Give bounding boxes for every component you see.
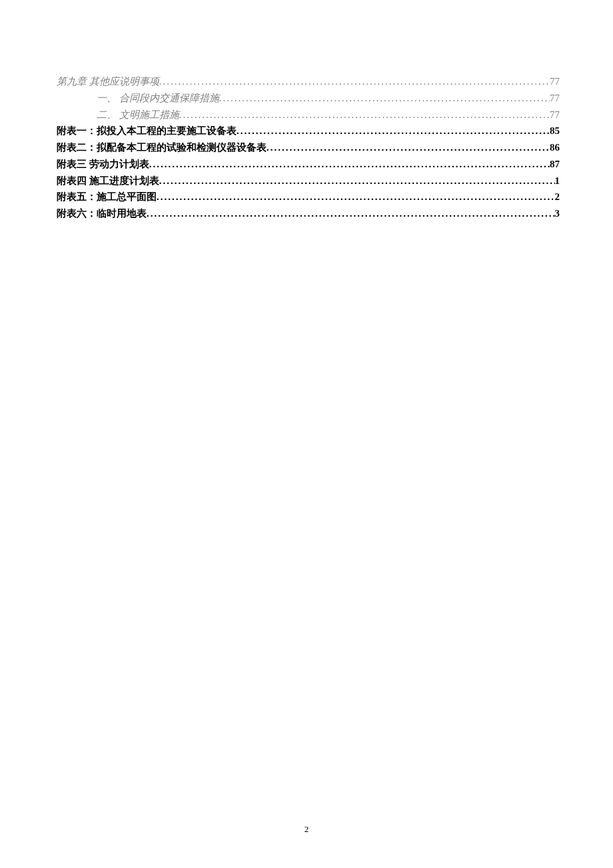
- toc-leader-dots: [149, 156, 550, 173]
- toc-label: 附表二：拟配备本工程的试验和检测仪器设备表: [57, 139, 267, 156]
- toc-leader-dots: [267, 139, 550, 156]
- toc-entry-appendix-1: 附表一：拟投入本工程的主要施工设备表 85: [57, 123, 560, 139]
- toc-leader-dots: [219, 90, 550, 107]
- toc-entry-appendix-5: 附表五：施工总平面图 2: [57, 189, 560, 205]
- toc-page-number: 3: [555, 205, 560, 222]
- toc-page-number: 87: [550, 156, 560, 173]
- toc-entry-section-1: 一、 合同段内交通保障措施 77: [57, 90, 560, 107]
- toc-leader-dots: [179, 107, 550, 123]
- toc-page-number: 1: [555, 173, 560, 189]
- toc-leader-dots: [157, 189, 555, 205]
- toc-entry-chapter-9: 第九章 其他应说明事项 77: [57, 73, 560, 90]
- toc-leader-dots: [159, 173, 555, 189]
- toc-label: 二、 文明施工措施: [97, 107, 179, 123]
- toc-page-number: 77: [550, 90, 560, 107]
- toc-page-number: 77: [550, 107, 560, 123]
- toc-leader-dots: [147, 205, 555, 222]
- toc-label: 附表六：临时用地表: [57, 205, 147, 222]
- toc-page-number: 85: [550, 123, 560, 139]
- toc-label: 附表四 施工进度计划表: [57, 173, 159, 189]
- toc-label: 第九章 其他应说明事项: [57, 73, 159, 90]
- toc-entry-appendix-2: 附表二：拟配备本工程的试验和检测仪器设备表 86: [57, 139, 560, 156]
- toc-leader-dots: [159, 73, 550, 90]
- toc-entry-appendix-3: 附表三 劳动力计划表 87: [57, 156, 560, 173]
- toc-entry-appendix-4: 附表四 施工进度计划表 1: [57, 173, 560, 189]
- page-number: 2: [0, 824, 613, 835]
- toc-label: 附表三 劳动力计划表: [57, 156, 149, 173]
- toc-leader-dots: [237, 123, 550, 139]
- toc-entry-section-2: 二、 文明施工措施 77: [57, 107, 560, 123]
- toc-page-number: 77: [550, 73, 560, 90]
- toc-entry-appendix-6: 附表六：临时用地表 3: [57, 205, 560, 222]
- toc-label: 附表一：拟投入本工程的主要施工设备表: [57, 123, 237, 139]
- toc-label: 附表五：施工总平面图: [57, 189, 157, 205]
- toc-page-number: 86: [550, 139, 560, 156]
- toc-container: 第九章 其他应说明事项 77 一、 合同段内交通保障措施 77 二、 文明施工措…: [0, 0, 613, 222]
- toc-label: 一、 合同段内交通保障措施: [97, 90, 219, 107]
- toc-page-number: 2: [555, 189, 560, 205]
